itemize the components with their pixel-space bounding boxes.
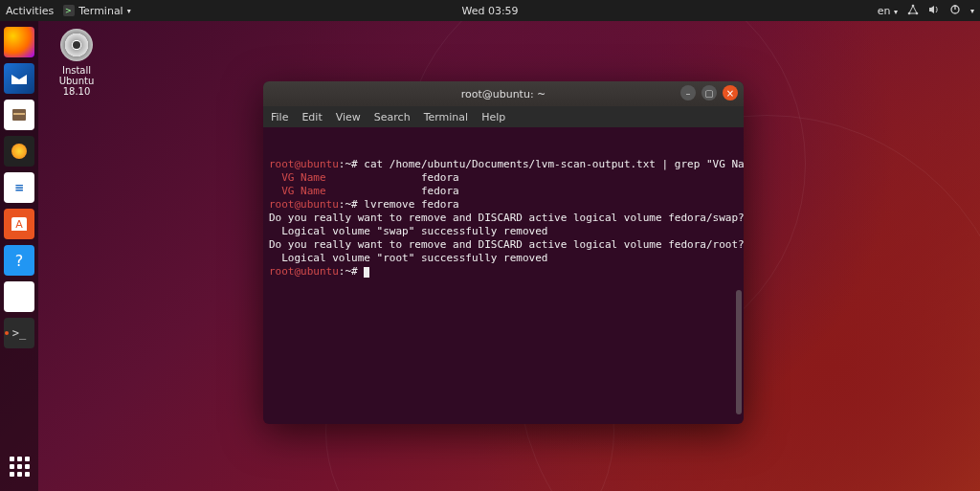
close-button[interactable]: × bbox=[723, 85, 738, 100]
chevron-down-icon: ▾ bbox=[127, 7, 131, 15]
window-title: root@ubuntu: ~ bbox=[461, 88, 546, 100]
menu-terminal[interactable]: Terminal bbox=[424, 111, 469, 123]
terminal-line: root@ubuntu:~# bbox=[269, 265, 738, 279]
chevron-down-icon: ▾ bbox=[970, 7, 974, 15]
app-menu[interactable]: > Terminal ▾ bbox=[63, 5, 131, 17]
svg-text:>: > bbox=[65, 7, 72, 15]
menu-file[interactable]: File bbox=[271, 111, 288, 123]
dock-app-amazon[interactable]: a bbox=[4, 281, 34, 312]
cd-icon bbox=[60, 29, 93, 61]
menu-bar: File Edit View Search Terminal Help bbox=[263, 106, 744, 127]
dock-app-rhythmbox[interactable] bbox=[4, 136, 34, 167]
dock-app-firefox[interactable] bbox=[4, 27, 34, 57]
document-icon: ≡ bbox=[14, 181, 24, 194]
terminal-cursor bbox=[364, 267, 369, 278]
dock-app-thunderbird[interactable] bbox=[4, 63, 34, 94]
clock[interactable]: Wed 03:59 bbox=[461, 5, 518, 17]
dock-app-libreoffice-writer[interactable]: ≡ bbox=[4, 172, 34, 203]
terminal-line: Do you really want to remove and DISCARD… bbox=[269, 212, 738, 225]
terminal-line: root@ubuntu:~# cat /home/ubuntu/Document… bbox=[269, 158, 738, 171]
dock-app-files[interactable] bbox=[4, 100, 34, 130]
maximize-button[interactable]: ▢ bbox=[702, 85, 717, 100]
terminal-line: Do you really want to remove and DISCARD… bbox=[269, 238, 738, 252]
shopping-bag-icon: A bbox=[11, 217, 27, 231]
svg-rect-8 bbox=[13, 113, 25, 115]
volume-icon[interactable] bbox=[928, 4, 940, 18]
terminal-icon: >_ bbox=[12, 326, 26, 340]
terminal-line: Logical volume "root" successfully remov… bbox=[269, 252, 738, 265]
activities-button[interactable]: Activities bbox=[6, 5, 54, 17]
menu-edit[interactable]: Edit bbox=[301, 111, 322, 123]
terminal-line: root@ubuntu:~# lvremove fedora bbox=[269, 198, 738, 212]
terminal-line: Logical volume "swap" successfully remov… bbox=[269, 225, 738, 238]
minimize-button[interactable]: – bbox=[680, 85, 696, 100]
terminal-body[interactable]: root@ubuntu:~# cat /home/ubuntu/Document… bbox=[263, 127, 744, 424]
menu-view[interactable]: View bbox=[336, 111, 361, 123]
power-icon[interactable] bbox=[949, 4, 961, 18]
desktop-icon-label: Install Ubuntu 18.10 bbox=[48, 65, 105, 97]
menu-help[interactable]: Help bbox=[481, 111, 505, 123]
menu-search[interactable]: Search bbox=[374, 111, 411, 123]
terminal-window[interactable]: root@ubuntu: ~ – ▢ × File Edit View Sear… bbox=[263, 81, 744, 424]
desktop-icon-install-ubuntu[interactable]: Install Ubuntu 18.10 bbox=[48, 29, 105, 97]
window-titlebar[interactable]: root@ubuntu: ~ – ▢ × bbox=[263, 81, 744, 106]
dock: ≡ A ? a >_ bbox=[0, 21, 38, 491]
top-panel: Activities > Terminal ▾ Wed 03:59 en ▾ ▾ bbox=[0, 0, 980, 21]
show-applications-button[interactable] bbox=[4, 451, 34, 481]
speaker-icon bbox=[11, 144, 27, 159]
scrollbar-thumb[interactable] bbox=[736, 290, 742, 414]
terminal-line: VG Name fedora bbox=[269, 171, 738, 185]
terminal-indicator-icon: > bbox=[63, 5, 75, 16]
chevron-down-icon: ▾ bbox=[894, 8, 898, 16]
input-source-indicator[interactable]: en ▾ bbox=[878, 5, 898, 17]
dock-app-help[interactable]: ? bbox=[4, 245, 34, 276]
dock-app-terminal[interactable]: >_ bbox=[4, 318, 34, 348]
network-icon[interactable] bbox=[907, 4, 919, 18]
dock-app-ubuntu-software[interactable]: A bbox=[4, 209, 34, 239]
terminal-line: VG Name fedora bbox=[269, 185, 738, 198]
app-menu-label: Terminal bbox=[78, 5, 123, 17]
